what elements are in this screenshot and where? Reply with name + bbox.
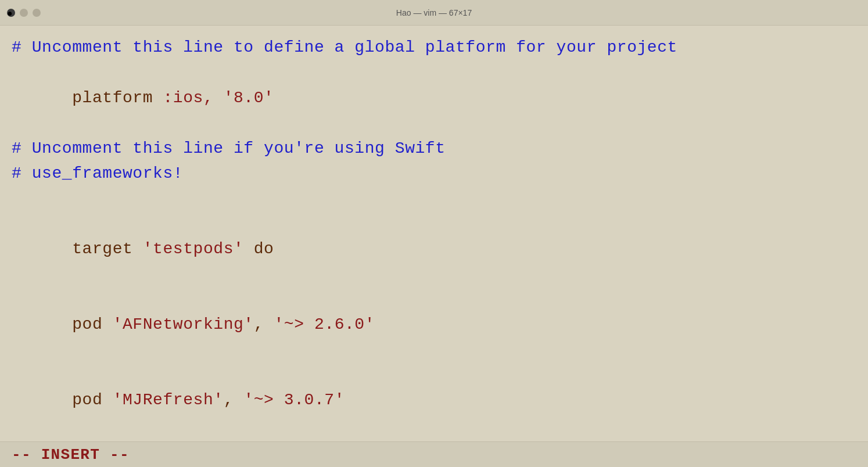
code-line-6: target 'testpods' do <box>12 211 856 287</box>
code-line-5 <box>12 186 856 211</box>
close-button[interactable]: ● <box>7 9 15 17</box>
platform-keyword: platform <box>72 89 163 107</box>
minimize-button[interactable]: ● <box>20 9 28 17</box>
status-bar: -- INSERT -- <box>0 441 868 467</box>
code-line-3: # Uncomment this line if you're using Sw… <box>12 136 856 161</box>
platform-string: :ios, '8.0' <box>163 89 274 107</box>
code-line-7: pod 'AFNetworking', '~> 2.6.0' <box>12 287 856 362</box>
editor-area[interactable]: # Uncomment this line to define a global… <box>0 26 868 441</box>
maximize-button[interactable]: ● <box>33 9 41 17</box>
title-bar: ● ● ● Hao — vim — 67×17 <box>0 0 868 26</box>
code-line-8: pod 'MJRefresh', '~> 3.0.7' <box>12 362 856 438</box>
code-line-4: # use_frameworks! <box>12 161 856 186</box>
vim-window: ● ● ● Hao — vim — 67×17 # Uncomment this… <box>0 0 868 467</box>
code-line-2: platform :ios, '8.0' <box>12 60 856 135</box>
window-controls: ● ● ● <box>7 9 41 17</box>
vim-mode-indicator: -- INSERT -- <box>12 446 130 464</box>
code-line-1: # Uncomment this line to define a global… <box>12 35 856 60</box>
window-title: Hao — vim — 67×17 <box>396 8 472 17</box>
